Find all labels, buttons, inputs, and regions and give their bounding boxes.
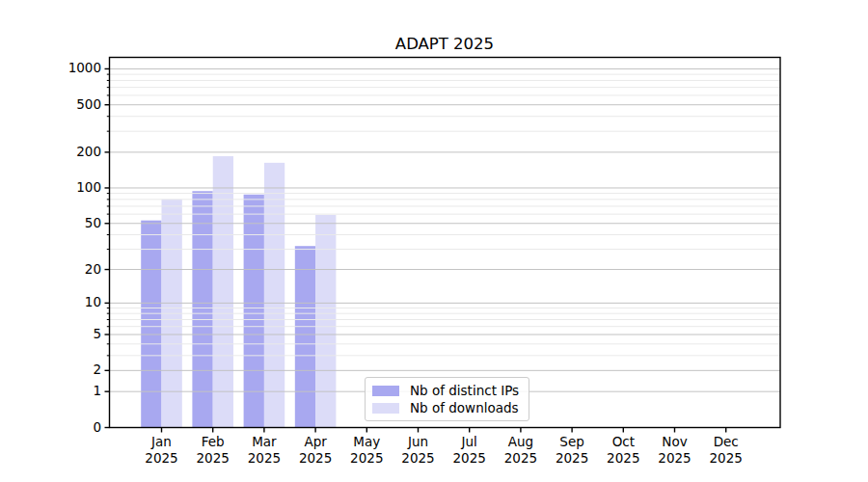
y-tick-label: 1000 — [68, 61, 101, 76]
x-tick-label: Dec2025 — [692, 434, 760, 466]
bar-apr-downloads — [315, 215, 336, 427]
bar-jan-ips — [141, 221, 161, 428]
bar-feb-downloads — [213, 156, 233, 427]
y-tick-label: 1 — [93, 384, 101, 399]
legend-swatch-ips — [372, 386, 399, 396]
chart-canvas: ADAPT 2025 01251020501002005001000 Jan20… — [0, 0, 868, 482]
y-tick-label: 200 — [76, 144, 101, 159]
legend: Nb of distinct IPsNb of downloads — [365, 377, 529, 421]
legend-entry: Nb of downloads — [372, 399, 521, 416]
y-tick-label: 100 — [76, 179, 101, 195]
y-tick-label: 5 — [93, 326, 101, 341]
legend-label: Nb of distinct IPs — [410, 383, 519, 398]
bars — [141, 156, 336, 427]
y-tick-label: 50 — [85, 215, 101, 230]
bar-mar-ips — [244, 195, 264, 428]
y-tick-label: 10 — [85, 295, 101, 310]
bar-feb-ips — [192, 191, 212, 427]
legend-label: Nb of downloads — [410, 400, 519, 415]
legend-entry: Nb of distinct IPs — [372, 382, 521, 399]
y-tick-label: 20 — [85, 261, 101, 277]
y-tick-label: 2 — [93, 362, 101, 378]
y-tick-label: 0 — [93, 419, 101, 435]
legend-swatch-downloads — [372, 403, 399, 414]
y-tick-label: 500 — [76, 96, 101, 112]
bar-apr-ips — [295, 246, 315, 427]
bar-mar-downloads — [264, 163, 285, 428]
